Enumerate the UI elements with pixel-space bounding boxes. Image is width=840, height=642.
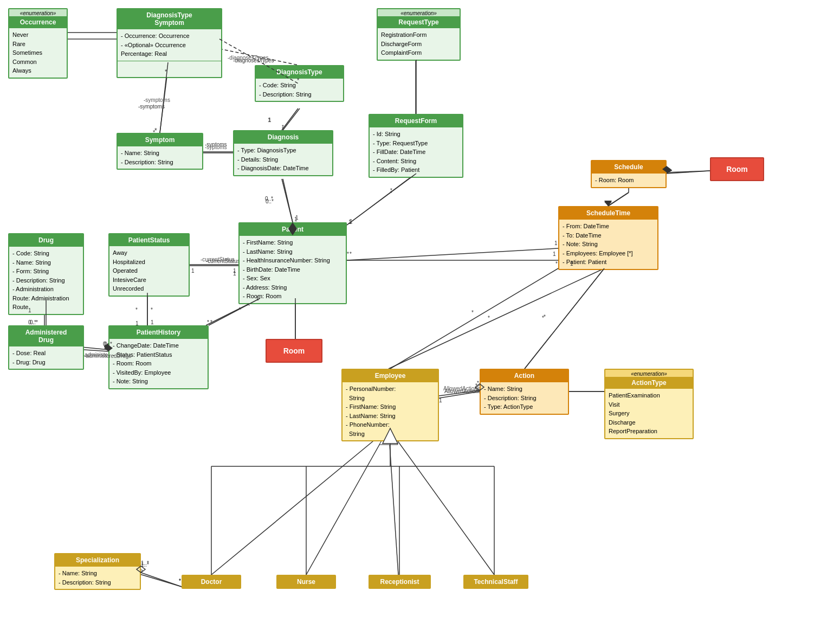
specialization-title: Specialization (55, 554, 140, 566)
symptom-attrs: - Name: String - Description: String (118, 146, 202, 169)
specialization-attrs: - Name: String - Description: String (55, 566, 140, 589)
svg-text:-syptoms: -syptoms (205, 142, 227, 147)
extra-connections: -diagnosesTypes * -symptoms * * -syptoms… (0, 0, 840, 642)
svg-text:AllowedActions: AllowedActions (443, 386, 480, 391)
symptom-class: Symptom - Name: String - Description: St… (117, 133, 203, 170)
svg-text:-currentStatus: -currentStatus (201, 256, 235, 262)
requestform-attrs: - Id: String - Type: RequestType - FillD… (370, 127, 462, 177)
occurrence-class: «enumeration» Occurrence NeverRareSometi… (8, 8, 68, 79)
action-attrs: - Name: String - Description: String - T… (481, 382, 568, 414)
svg-line-111 (84, 350, 108, 351)
svg-marker-93 (604, 202, 612, 206)
room2-title: Room (267, 340, 321, 362)
action-title: Action (481, 370, 568, 382)
doctor-title: Doctor (183, 576, 240, 588)
svg-text:*: * (555, 261, 558, 267)
diagnosistype-class: DiagnosisType - Code: String - Descripti… (255, 65, 344, 102)
diagnosistype-attrs: - Code: String - Description: String (256, 78, 343, 101)
svg-line-63 (389, 428, 494, 575)
administereddrug-class: AdministeredDrug - Dose: Real - Drug: Dr… (8, 325, 84, 370)
diagram-container: -diagnosesTypes * -symptoms * * -syptoms… (0, 0, 840, 642)
schedule-attrs: - Room: Room (592, 173, 665, 187)
requestform-title: RequestForm (370, 115, 462, 127)
diagnosis-title: Diagnosis (234, 131, 332, 143)
svg-line-119 (439, 390, 480, 396)
svg-text:1: 1 (191, 268, 195, 274)
diagnosistype-title: DiagnosisType (256, 66, 343, 78)
svg-line-135 (141, 573, 182, 587)
employee-class: Employee - PersonalNumber: String - Firs… (341, 369, 439, 441)
svg-line-92 (608, 192, 629, 206)
patient-attrs: - FirstName: String - LastName: String -… (240, 235, 346, 303)
svg-line-65 (138, 574, 182, 587)
symptom-title: Symptom (118, 134, 202, 146)
requesttype-title: RequestType (378, 16, 460, 28)
drug-attrs: - Code: String - Name: String - Form: St… (9, 246, 83, 314)
svg-text:1: 1 (295, 215, 299, 221)
actiontype-title: ActionType (605, 377, 693, 389)
occurrence-stereotype: «enumeration» (9, 9, 67, 16)
svg-text:1: 1 (350, 219, 353, 224)
drug-title: Drug (9, 234, 83, 246)
administereddrug-attrs: - Dose: Real - Drug: Drug (9, 346, 83, 369)
svg-line-18 (347, 174, 416, 225)
patientstatus-values: AwayHospitalizedOperatedIntesiveCareUnre… (109, 246, 189, 296)
svg-text:-diagnosesTypes: -diagnosesTypes (228, 55, 269, 61)
svg-line-125 (525, 268, 604, 369)
svg-text:*: * (282, 124, 284, 130)
svg-line-60 (211, 428, 389, 575)
svg-line-21 (667, 171, 710, 174)
svg-text:*: * (544, 314, 546, 320)
patienthistory-title: PatientHistory (109, 326, 208, 338)
svg-text:*: * (390, 190, 392, 196)
svg-line-48 (389, 268, 604, 369)
svg-text:*: * (135, 307, 138, 313)
svg-line-14 (282, 179, 293, 222)
room1-title: Room (711, 158, 763, 180)
svg-line-116 (390, 268, 558, 369)
drug-class: Drug - Code: String - Name: String - For… (8, 233, 84, 315)
svg-text:1..*: 1..* (141, 562, 149, 568)
svg-text:*: * (179, 578, 181, 584)
svg-text:-symptoms: -symptoms (144, 97, 170, 103)
requesttype-values: RegistrationFormDischargeFormComplaintFo… (378, 28, 460, 60)
svg-line-40 (81, 347, 108, 350)
administereddrug-title: AdministeredDrug (9, 326, 83, 346)
action-class: Action - Name: String - Description: Str… (480, 369, 569, 415)
svg-text:0..*: 0..* (30, 319, 38, 325)
svg-text:1: 1 (151, 319, 154, 325)
svg-line-61 (306, 428, 389, 575)
svg-text:1: 1 (348, 219, 352, 225)
svg-text:*: * (475, 383, 477, 389)
svg-line-79 (283, 108, 300, 130)
svg-line-90 (667, 171, 710, 172)
svg-text:*: * (207, 319, 209, 325)
svg-text:1..*: 1..* (141, 560, 149, 566)
diagnosistypesymptom-attrs: - Occurrence: Occurrence - «Optional» Oc… (118, 29, 221, 61)
svg-text:*: * (471, 310, 474, 316)
requesttype-class: «enumeration» RequestType RegistrationFo… (377, 8, 461, 61)
svg-line-57 (525, 268, 604, 369)
svg-line-1 (219, 49, 298, 65)
technicalstaff-title: TechnicalStaff (464, 576, 527, 588)
svg-line-87 (347, 174, 416, 225)
schedule-title: Schedule (592, 161, 665, 173)
nurse-title: Nurse (277, 576, 335, 588)
patient-class: Patient - FirstName: String - LastName: … (238, 222, 347, 304)
technicalstaff-class: TechnicalStaff (463, 575, 528, 589)
patient-title: Patient (240, 223, 346, 235)
receptionist-class: Receptionist (369, 575, 431, 589)
patienthistory-attrs: - ChangeDate: DateTime - Status: Patient… (109, 338, 208, 388)
occurrence-values: NeverRareSometimesCommonAlways (9, 28, 67, 78)
svg-text:AllowedActions: AllowedActions (444, 388, 481, 394)
specialization-class: Specialization - Name: String - Descript… (54, 553, 141, 590)
svg-line-62 (389, 428, 398, 575)
svg-text:*: * (477, 380, 479, 386)
room1-class: Room (710, 157, 764, 181)
nurse-class: Nurse (276, 575, 336, 589)
svg-text:*: * (347, 251, 349, 257)
connections-svg: -diagnosesTypes * -symptoms * * -syptoms… (0, 0, 840, 642)
svg-text:1: 1 (268, 117, 271, 123)
svg-marker-24 (604, 201, 612, 206)
svg-line-83 (283, 179, 293, 222)
